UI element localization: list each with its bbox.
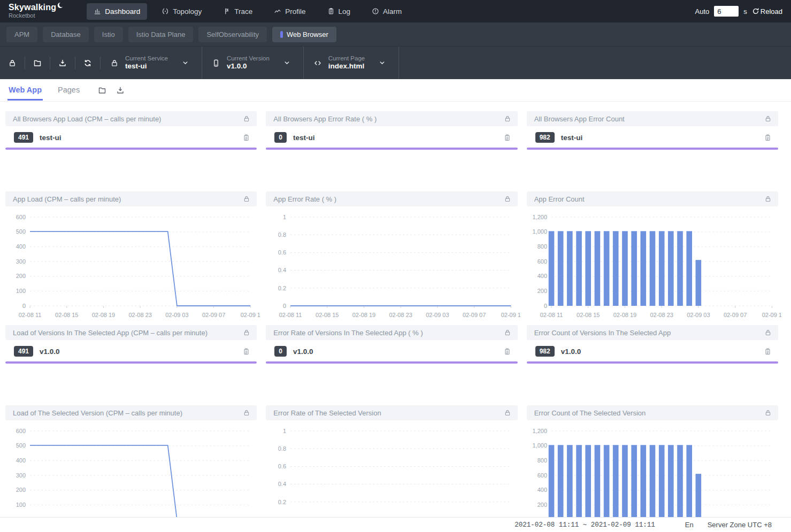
auto-label: Auto: [695, 7, 710, 16]
tab-pages[interactable]: Pages: [57, 80, 81, 101]
tab-apm[interactable]: APM: [6, 27, 37, 42]
export-button[interactable]: [50, 57, 75, 70]
nav-trace[interactable]: Trace: [216, 3, 259, 20]
folder-icon[interactable]: [98, 86, 106, 95]
metric-row: 491 test-ui: [5, 132, 257, 143]
metric-label: v1.0.0: [561, 348, 764, 356]
lock-icon[interactable]: [243, 409, 250, 417]
nav-dashboard[interactable]: Dashboard: [87, 3, 147, 20]
metric-row: 982 test-ui: [527, 132, 778, 143]
metric-underline: [527, 148, 778, 150]
svg-text:400: 400: [16, 243, 26, 250]
svg-text:600: 600: [16, 214, 26, 220]
svg-text:400: 400: [16, 457, 26, 464]
svg-text:1,200: 1,200: [532, 428, 547, 434]
language-toggle[interactable]: En: [685, 521, 694, 529]
card-header: Error Count of The Selected Version: [527, 405, 778, 420]
tab-web-browser[interactable]: Web Browser: [272, 27, 336, 42]
lock-icon[interactable]: [764, 409, 772, 417]
dashboard-icon: [94, 7, 101, 15]
svg-text:300: 300: [16, 258, 26, 265]
svg-text:02-08 19: 02-08 19: [92, 312, 115, 318]
metric-underline: [5, 148, 257, 150]
svg-text:0: 0: [544, 303, 547, 309]
line-chart[interactable]: 010020030040050060002-08 1102-08 1502-08…: [5, 421, 257, 532]
tab-database[interactable]: Database: [43, 27, 89, 42]
lock-icon[interactable]: [243, 195, 250, 203]
server-zone-label: Server Zone UTC +8: [708, 521, 772, 529]
svg-text:02-08 11: 02-08 11: [19, 312, 42, 318]
svg-text:400: 400: [537, 273, 547, 279]
tab-selfobservability[interactable]: SelfObservability: [198, 27, 267, 42]
auto-interval-input[interactable]: [714, 6, 739, 17]
tab-label: Database: [51, 30, 81, 38]
lock-icon[interactable]: [504, 329, 511, 336]
current-service-select[interactable]: Current Service test-ui: [101, 47, 202, 79]
tab-web-app[interactable]: Web App: [7, 80, 43, 101]
metric-row: 491 v1.0.0: [5, 346, 257, 357]
bar-chart[interactable]: 02004006008001,0001,20002-08 1102-08 150…: [527, 207, 778, 322]
svg-text:0: 0: [283, 303, 286, 309]
metric-row: 0 test-ui: [266, 132, 517, 143]
lock-icon[interactable]: [504, 195, 511, 203]
tab-istio-data-plane[interactable]: Istio Data Plane: [128, 27, 194, 42]
refresh-button[interactable]: [75, 57, 101, 70]
clipboard-icon[interactable]: [242, 348, 250, 356]
card-header: All Browsers App Error Rate ( % ): [266, 111, 517, 126]
card-title: All Browsers App Load (CPM – calls per m…: [13, 115, 243, 123]
metric-card-all-browsers-app-load: All Browsers App Load (CPM – calls per m…: [5, 111, 257, 191]
svg-text:500: 500: [16, 228, 26, 235]
line-chart[interactable]: 00.20.40.60.8102-08 1102-08 1502-08 1902…: [266, 207, 517, 322]
card-header: Error Rate of The Selected Version: [266, 405, 517, 420]
reload-icon: [752, 7, 759, 15]
tab-istio[interactable]: Istio: [94, 27, 123, 42]
svg-text:02-08 23: 02-08 23: [389, 312, 412, 318]
line-chart[interactable]: 00.20.40.60.8102-08 1102-08 1502-08 1902…: [266, 421, 517, 532]
card-title: App Load (CPM – calls per minute): [13, 195, 243, 203]
lock-button[interactable]: [0, 57, 25, 70]
footer-bar: 2021-02-08 11:11 ~ 2021-02-09 11:11 En S…: [0, 517, 791, 532]
svg-text:200: 200: [16, 273, 26, 279]
metric-row: 0 v1.0.0: [266, 346, 517, 357]
time-range-picker[interactable]: 2021-02-08 11:11 ~ 2021-02-09 11:11: [514, 521, 655, 529]
brand-logo[interactable]: Skywalking Rocketbot: [9, 3, 63, 19]
svg-text:02-08 23: 02-08 23: [650, 312, 673, 318]
lock-icon[interactable]: [504, 409, 511, 417]
lock-icon[interactable]: [764, 329, 772, 336]
card-header: Load of Versions In The Selected App (CP…: [5, 325, 257, 340]
bar-chart[interactable]: 02004006008001,0001,20002-08 1102-08 150…: [527, 421, 778, 532]
clipboard-icon[interactable]: [503, 134, 511, 142]
lock-icon[interactable]: [243, 329, 250, 336]
log-icon: [327, 7, 335, 15]
nav-topology[interactable]: Topology: [155, 3, 209, 20]
svg-text:100: 100: [16, 502, 26, 508]
download-icon[interactable]: [116, 86, 125, 95]
nav-profile[interactable]: Profile: [267, 3, 312, 20]
svg-text:200: 200: [537, 502, 547, 508]
view-tabs: Web App Pages: [0, 79, 791, 102]
folder-icon: [33, 59, 42, 67]
chevron-down-icon: [182, 59, 189, 66]
line-chart[interactable]: 010020030040050060002-08 1102-08 1502-08…: [5, 207, 257, 322]
svg-text:0.8: 0.8: [278, 232, 286, 238]
clipboard-icon[interactable]: [242, 134, 250, 142]
templates-button[interactable]: [25, 57, 50, 70]
current-page-select[interactable]: Current Page index.html: [304, 47, 399, 79]
selector-label: Current Version: [227, 55, 270, 62]
lock-icon[interactable]: [764, 115, 772, 122]
lock-icon[interactable]: [504, 115, 511, 122]
nav-log[interactable]: Log: [320, 3, 358, 20]
current-version-select[interactable]: Current Version v1.0.0: [202, 47, 304, 79]
card-header: App Error Count: [527, 191, 778, 206]
card-header: All Browsers App Load (CPM – calls per m…: [5, 111, 257, 126]
lock-icon[interactable]: [764, 195, 772, 203]
metric-card-all-browsers-app-error-rate: All Browsers App Error Rate ( % ) 0 test…: [266, 111, 517, 191]
clipboard-icon[interactable]: [503, 348, 511, 356]
reload-button[interactable]: Reload: [752, 7, 782, 16]
card-title: Error Rate of Versions In The Selected A…: [273, 329, 503, 337]
nav-alarm[interactable]: Alarm: [365, 3, 409, 20]
svg-text:200: 200: [16, 487, 26, 493]
clipboard-icon[interactable]: [764, 348, 772, 356]
lock-icon[interactable]: [243, 115, 250, 122]
clipboard-icon[interactable]: [764, 134, 772, 142]
